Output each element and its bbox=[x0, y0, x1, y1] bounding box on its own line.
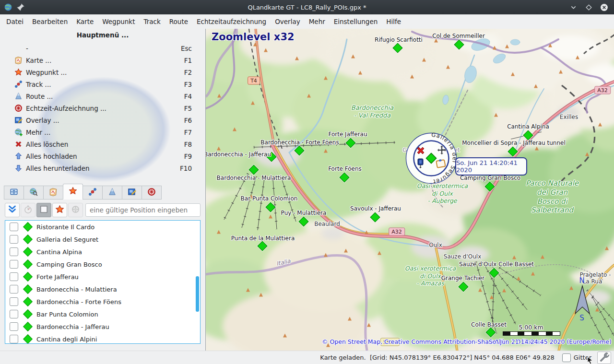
peak-icon bbox=[478, 288, 482, 292]
waypoint-list-item[interactable]: Forte Jafferau bbox=[5, 270, 200, 283]
gitter-checkbox[interactable] bbox=[562, 353, 571, 362]
waypoint-list-item[interactable]: Camping Gran Bosco bbox=[5, 258, 200, 270]
waypoint-list-item[interactable]: Cantina degli Alpini bbox=[5, 333, 200, 344]
peak-icon bbox=[511, 72, 515, 76]
waypoint-list-item[interactable]: Bardonecchia - Jafferau bbox=[5, 320, 200, 333]
star-icon bbox=[14, 68, 23, 76]
tab-route[interactable] bbox=[102, 186, 122, 200]
main-menu-item[interactable]: Route ...F4 bbox=[0, 90, 205, 102]
waypoint-checkbox[interactable] bbox=[10, 223, 18, 231]
scale-segment bbox=[546, 332, 553, 335]
menu-echtzeitaufzeichnung[interactable]: Echtzeitaufzeichnung bbox=[192, 18, 271, 25]
waypoint-diamond-icon bbox=[23, 309, 33, 319]
tab-track[interactable] bbox=[83, 186, 103, 200]
waypoint-checkbox[interactable] bbox=[10, 260, 18, 269]
main-menu-item[interactable]: Mehr ...F7 bbox=[0, 126, 205, 138]
menu-item-label: - bbox=[26, 45, 28, 52]
waypoint-list-item[interactable]: Cantina Alpina bbox=[5, 246, 200, 258]
waypoint-list-item[interactable]: Bar Punta Colomion bbox=[5, 308, 200, 320]
stopwatch-button[interactable] bbox=[21, 203, 35, 217]
pin-icon[interactable] bbox=[16, 3, 25, 12]
main-menu-item[interactable]: Wegpunkt ...F2 bbox=[0, 66, 205, 78]
menu-karte[interactable]: Karte bbox=[72, 18, 98, 25]
map-timestamp: So. Jun 21 14:24:45 2020 (Europe/Rome) bbox=[489, 338, 612, 345]
main-menu-item[interactable]: Alles herunterladenF10 bbox=[0, 162, 205, 174]
overlay-icon bbox=[14, 116, 23, 124]
download-icon bbox=[14, 164, 23, 172]
main-menu-item[interactable]: Alles löschenF8 bbox=[0, 138, 205, 150]
waypoint-name: Bardonecchia - Forte Föens bbox=[36, 298, 121, 305]
menu-mehr[interactable]: Mehr bbox=[305, 18, 330, 25]
tab-globe-search[interactable] bbox=[24, 186, 44, 200]
waypoint-list-item[interactable]: Bardonecchia - Forte Föens bbox=[5, 295, 200, 308]
menu-overlay[interactable]: Overlay bbox=[271, 18, 304, 25]
close-icon[interactable] bbox=[600, 3, 608, 12]
peak-icon bbox=[365, 231, 368, 235]
waypoint-checkbox[interactable] bbox=[10, 297, 18, 306]
waypoint-name: Bar Punta Colomion bbox=[36, 311, 98, 318]
menu-hilfe[interactable]: Hilfe bbox=[382, 18, 405, 25]
tab-realtime[interactable] bbox=[142, 186, 162, 200]
menu-track[interactable]: Track bbox=[139, 18, 165, 25]
main-menu-item[interactable]: Track ...F3 bbox=[0, 78, 205, 90]
star-button[interactable] bbox=[52, 203, 67, 217]
main-menu-item[interactable]: -Esc bbox=[0, 42, 205, 54]
minimize-icon[interactable] bbox=[569, 3, 578, 12]
waypoint-checkbox[interactable] bbox=[10, 335, 18, 343]
map-waypoint-label: Forte Föens bbox=[328, 165, 362, 172]
peak-icon bbox=[344, 249, 348, 253]
waypoint-checkbox[interactable] bbox=[10, 247, 18, 256]
tab-map[interactable] bbox=[43, 186, 63, 200]
menu-datei[interactable]: Datei bbox=[2, 18, 28, 25]
settings-wrench-button[interactable] bbox=[597, 352, 611, 364]
waypoint-diamond-icon bbox=[23, 272, 33, 282]
position-input[interactable] bbox=[85, 203, 201, 217]
none-icon bbox=[14, 44, 23, 52]
menu-item-shortcut: F9 bbox=[184, 153, 192, 160]
area-label: Bardonecchia- Val Fredda bbox=[351, 104, 394, 120]
tab-overlay[interactable] bbox=[122, 186, 142, 200]
map-canvas[interactable]: Zoomlevel x32 Bardonecchia- Val FreddaOa… bbox=[205, 29, 614, 351]
status-text: Karte geladen. [Grid: N45.078139° E6.830… bbox=[320, 354, 554, 361]
main-menu-item[interactable]: Echtzeit-Aufzeichnung ...F5 bbox=[0, 102, 205, 114]
main-menu-item[interactable]: Alles hochladenF9 bbox=[0, 150, 205, 162]
menu-wegpunkt[interactable]: Wegpunkt bbox=[98, 18, 139, 25]
waypoint-checkbox[interactable] bbox=[10, 235, 18, 244]
menu-route[interactable]: Route bbox=[165, 18, 192, 25]
town-label: Exilles bbox=[560, 114, 578, 120]
peak-icon bbox=[517, 277, 520, 281]
waypoint-checkbox[interactable] bbox=[10, 322, 18, 331]
maximize-icon[interactable] bbox=[585, 3, 593, 12]
waypoint-checkbox[interactable] bbox=[10, 285, 18, 294]
chevrons-down-button[interactable] bbox=[5, 203, 20, 217]
map-waypoint-label: Moncellier di Sopra - Jafferau tunnel bbox=[462, 140, 566, 146]
waypoint-list-item[interactable]: Bardonecchia - Mulattiera bbox=[5, 283, 200, 295]
waypoint-list-item[interactable]: Galleria del Seguret bbox=[5, 233, 200, 246]
tab-star[interactable] bbox=[63, 184, 83, 200]
map-icon bbox=[14, 56, 23, 64]
menu-bearbeiten[interactable]: Bearbeiten bbox=[28, 18, 72, 25]
waypoint-list-item[interactable]: Ristorante Il Cardo bbox=[5, 221, 200, 233]
tab-archive[interactable] bbox=[4, 186, 24, 200]
route-icon bbox=[14, 92, 23, 100]
square-button[interactable] bbox=[36, 203, 51, 217]
waypoint-diamond-icon bbox=[23, 322, 33, 331]
menu-item-shortcut: F10 bbox=[180, 164, 192, 172]
area-label: Parco Naturaledel GranBosco diSalbertran… bbox=[526, 179, 579, 215]
waypoint-checkbox[interactable] bbox=[10, 272, 18, 281]
peak-icon bbox=[264, 48, 268, 52]
map-waypoint-label: Sauze d'Oulx Colle Basset bbox=[459, 261, 534, 268]
waypoint-diamond-icon bbox=[23, 222, 33, 232]
main-menu-item[interactable]: Karte ...F1 bbox=[0, 54, 205, 66]
list-scrollbar[interactable] bbox=[196, 276, 199, 312]
target-button[interactable] bbox=[68, 203, 83, 217]
map-waypoint-label: Colle Basset bbox=[471, 321, 507, 328]
peak-icon bbox=[598, 123, 602, 127]
waypoint-checkbox[interactable] bbox=[10, 310, 18, 318]
menu-einstellungen[interactable]: Einstellungen bbox=[330, 18, 382, 25]
waypoint-action-wheel[interactable]: Galleria del Seguret bbox=[401, 128, 462, 189]
realtime-icon bbox=[147, 188, 156, 198]
main-menu-item[interactable]: Overlay ...F6 bbox=[0, 114, 205, 126]
menu-item-label: Alles löschen bbox=[26, 141, 68, 148]
globe-search-icon bbox=[29, 188, 38, 198]
